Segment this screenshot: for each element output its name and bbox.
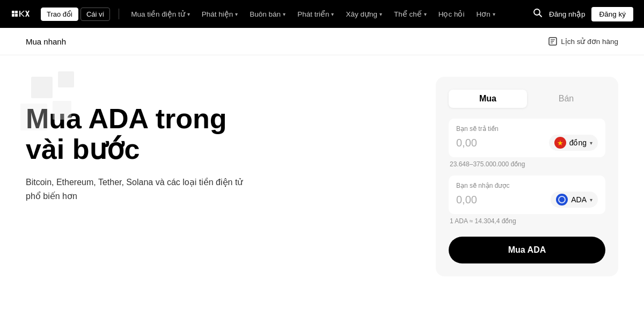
nav-divider	[119, 9, 119, 19]
chevron-down-icon: ▾	[493, 11, 495, 17]
receive-currency-name: ADA	[571, 195, 587, 204]
svg-rect-2	[15, 11, 18, 13]
sub-header: Mua nhanh Lịch sử đơn hàng	[0, 28, 644, 55]
buy-ada-button[interactable]: Mua ADA	[449, 237, 605, 263]
pay-currency-selector[interactable]: ★ đồng ▾	[549, 135, 598, 151]
svg-rect-0	[11, 9, 36, 19]
svg-line-10	[539, 14, 541, 17]
receive-value[interactable]: 0,00	[456, 194, 477, 206]
nav-item-institution[interactable]: Thể chế ▾	[389, 6, 432, 21]
nav-item-learn[interactable]: Học hỏi	[433, 6, 470, 21]
nav-menu: Mua tiền điện tử ▾ Phát hiện ▾ Buôn bán …	[126, 6, 533, 21]
page-title: Mua nhanh	[26, 37, 66, 46]
navbar: Trao đổi Cái ví Mua tiền điện tử ▾ Phát …	[0, 0, 644, 28]
nav-item-discover[interactable]: Phát hiện ▾	[196, 6, 244, 21]
pay-currency-name: đồng	[569, 138, 587, 147]
nav-item-develop[interactable]: Phát triển ▾	[292, 6, 339, 21]
chevron-down-icon: ▾	[379, 11, 382, 17]
vn-star-icon: ★	[557, 139, 564, 147]
nav-item-build[interactable]: Xây dựng ▾	[340, 6, 387, 21]
chevron-down-icon: ▾	[590, 140, 592, 146]
hero-section: Mua ADA trong vài bước Bitcoin, Ethereum…	[26, 77, 414, 203]
tab-buy[interactable]: Mua	[449, 90, 527, 108]
receive-currency-selector[interactable]: ADA ▾	[551, 192, 598, 208]
svg-rect-4	[15, 14, 18, 17]
deco-square-2	[58, 71, 74, 87]
tab-sell[interactable]: Bán	[527, 90, 605, 108]
receive-label: Bạn sẽ nhận được	[456, 182, 598, 189]
nav-item-more[interactable]: Hơn ▾	[471, 6, 500, 21]
login-button[interactable]: Đăng nhập	[549, 10, 586, 18]
chevron-down-icon: ▾	[331, 11, 334, 17]
chevron-down-icon: ▾	[590, 197, 592, 203]
pay-row: 0,00 ★ đồng ▾	[456, 135, 598, 151]
order-history-label: Lịch sử đơn hàng	[561, 37, 618, 46]
pay-value[interactable]: 0,00	[456, 137, 477, 149]
exchange-button[interactable]: Trao đổi	[41, 8, 78, 21]
hero-subtitle: Bitcoin, Ethereum, Tether, Solana và các…	[26, 175, 251, 203]
chevron-down-icon: ▾	[235, 11, 238, 17]
order-history-button[interactable]: Lịch sử đơn hàng	[548, 36, 618, 46]
svg-rect-1	[12, 11, 14, 13]
deco-square-1	[31, 77, 53, 98]
svg-rect-5	[19, 11, 20, 17]
nav-item-trade[interactable]: Buôn bán ▾	[244, 7, 291, 21]
navbar-right: Đăng nhập Đăng ký	[533, 7, 633, 21]
receive-row: 0,00 ADA ▾	[456, 192, 598, 208]
vnd-flag: ★	[554, 137, 566, 149]
svg-rect-3	[12, 14, 14, 17]
buy-sell-card: Mua Bán Bạn sẽ trả tiền 0,00 ★ đồng ▾ 23…	[436, 77, 618, 276]
hero-title: Mua ADA trong vài bước	[26, 104, 414, 165]
okx-logo[interactable]	[11, 9, 36, 19]
receive-hint: 1 ADA ≈ 14.304,4 đồng	[449, 217, 605, 225]
pay-field: Bạn sẽ trả tiền 0,00 ★ đồng ▾	[449, 119, 605, 157]
chevron-down-icon: ▾	[283, 11, 286, 17]
receive-field: Bạn sẽ nhận được 0,00 ADA ▾	[449, 175, 605, 214]
chevron-down-icon: ▾	[424, 11, 427, 17]
chevron-down-icon: ▾	[187, 11, 190, 17]
pay-label: Bạn sẽ trả tiền	[456, 125, 598, 133]
register-button[interactable]: Đăng ký	[591, 7, 633, 21]
pay-hint: 23.648–375.000.000 đồng	[449, 160, 605, 168]
search-button[interactable]	[533, 8, 543, 20]
nav-item-buy[interactable]: Mua tiền điện tử ▾	[126, 6, 195, 21]
ada-icon-inner	[558, 196, 566, 203]
main-content: Mua ADA trong vài bước Bitcoin, Ethereum…	[0, 55, 644, 287]
card-tabs: Mua Bán	[449, 90, 605, 108]
wallet-button[interactable]: Cái ví	[80, 8, 110, 21]
ada-icon	[556, 194, 568, 206]
